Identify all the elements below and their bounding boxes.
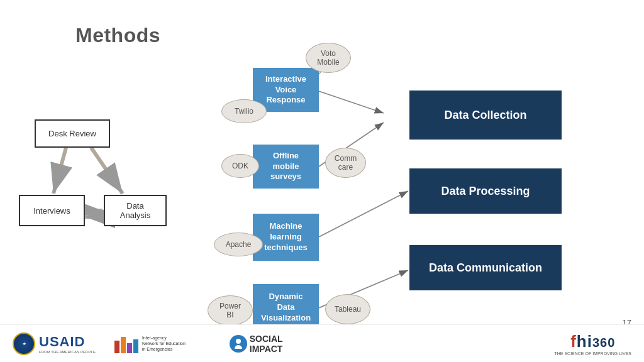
powerbi-oval: PowerBI [208,295,253,326]
inee-logo: Inter-agencyNetwork for Educationin Emer… [114,334,186,353]
data-collection-box: Data Collection [409,90,562,140]
commcare-oval: Commcare [325,148,366,178]
fhi-main: fhi360 [554,332,631,351]
inee-text: Inter-agencyNetwork for Educationin Emer… [142,335,186,352]
tableau-oval: Tableau [325,294,370,324]
odk-oval: ODK [221,154,259,178]
fhi360-logo: fhi360 THE SCIENCE OF IMPROVING LIVES [554,332,631,356]
inee-bars [114,334,138,353]
twilio-oval: Twilio [221,99,267,123]
usaid-text: USAID FROM THE AMERICAN PEOPLE [39,334,96,354]
impact-text: IMPACT [250,344,283,354]
voto-mobile-oval: VotoMobile [306,43,351,73]
page-title: Methods [75,24,160,47]
usaid-sub-text: FROM THE AMERICAN PEOPLE [39,350,96,354]
footer: ★ USAID FROM THE AMERICAN PEOPLE Inter-a… [0,324,644,362]
usaid-seal: ★ [13,332,35,355]
data-communication-box: Data Communication [409,245,562,290]
fhi-sub: THE SCIENCE OF IMPROVING LIVES [554,351,631,356]
svg-line-9 [319,91,384,113]
usaid-logo: ★ USAID FROM THE AMERICAN PEOPLE [13,332,96,355]
interviews-box: Interviews [19,195,85,226]
offline-surveys-box: Offlinemobilesurveys [253,145,319,189]
social-text: SOCIAL [250,334,283,344]
svg-line-3 [91,148,123,194]
si-icon [230,335,247,353]
svg-line-11 [319,191,408,237]
apache-oval: Apache [214,233,263,256]
data-analysis-box: DataAnalysis [104,195,167,226]
ml-box: Machinelearningtechniques [253,214,319,261]
svg-point-13 [236,339,241,344]
data-processing-box: Data Processing [409,168,562,214]
svg-line-2 [53,148,66,194]
desk-review-box: Desk Review [35,119,110,148]
usaid-main-text: USAID [39,334,96,350]
social-impact-logo: SOCIAL IMPACT [230,334,283,354]
